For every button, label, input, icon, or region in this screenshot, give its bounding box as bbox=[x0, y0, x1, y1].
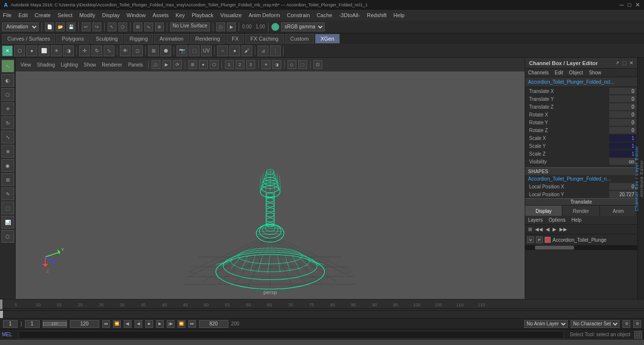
anim-layer-settings-btn[interactable]: ⚙ bbox=[622, 320, 630, 328]
shadow-icon[interactable]: ◑ bbox=[63, 46, 74, 56]
renderer-menu[interactable]: Renderer bbox=[100, 61, 124, 69]
show-icon[interactable]: ◻ bbox=[132, 46, 143, 56]
polygon-icon[interactable]: ⬟ bbox=[160, 46, 171, 56]
tool1-icon[interactable]: ⊿ bbox=[258, 46, 268, 56]
lasso-icon[interactable]: ⬠ bbox=[118, 23, 127, 31]
tab-fx[interactable]: FX bbox=[226, 34, 244, 44]
close-panel-btn[interactable]: ✕ bbox=[629, 60, 633, 66]
camera-vp-icon[interactable]: 🎥 bbox=[152, 60, 160, 69]
playback-end-input[interactable] bbox=[199, 320, 228, 328]
go-end-btn[interactable]: ⏭ bbox=[188, 320, 196, 328]
scale-icon[interactable]: ⤡ bbox=[104, 46, 114, 56]
panels-menu[interactable]: Panels bbox=[126, 61, 145, 69]
new-icon[interactable]: 📄 bbox=[45, 23, 54, 31]
snap-grid[interactable]: ⊞ bbox=[133, 23, 142, 31]
shading-menu[interactable]: Shading bbox=[35, 61, 57, 69]
titlebar-controls[interactable]: ─ □ ✕ bbox=[620, 1, 640, 8]
wireframe-vp-icon[interactable]: ⬡ bbox=[210, 60, 219, 69]
local-pos-y-value[interactable] bbox=[609, 191, 636, 198]
menubar-item-edit[interactable]: Edit bbox=[19, 12, 28, 18]
res-mid-icon[interactable]: 2 bbox=[236, 60, 244, 69]
menubar-item-modify[interactable]: Modify bbox=[79, 12, 95, 18]
current-frame-input[interactable] bbox=[3, 320, 18, 328]
menubar-item-create[interactable]: Create bbox=[35, 12, 51, 18]
play-fwd-btn[interactable]: ▶ bbox=[156, 320, 164, 328]
grid-icon[interactable]: ⊞ bbox=[148, 46, 159, 56]
menubar-item-constrain[interactable]: Constrain bbox=[287, 12, 310, 18]
grid-vp-icon[interactable]: ⊞ bbox=[188, 60, 197, 69]
horizontal-scrollbar[interactable] bbox=[525, 245, 637, 250]
menubar-item-file[interactable]: File bbox=[3, 12, 12, 18]
tool2-icon[interactable]: ⋮ bbox=[270, 46, 281, 56]
wireframe-icon[interactable]: ⬡ bbox=[14, 46, 25, 56]
show-manip-tool[interactable]: ⊞ bbox=[1, 173, 14, 186]
stop-btn[interactable]: ■ bbox=[145, 320, 153, 328]
move-tool[interactable]: ✛ bbox=[1, 102, 14, 115]
minimize-button[interactable]: ─ bbox=[620, 1, 624, 8]
hud-icon[interactable]: ⊡ bbox=[313, 60, 322, 69]
local-pos-x-value[interactable] bbox=[609, 183, 636, 190]
scale-y-value[interactable] bbox=[609, 142, 636, 149]
tab-curves-surfaces[interactable]: Curves / Surfaces bbox=[2, 34, 55, 44]
next-keyframe-btn[interactable]: |▶ bbox=[167, 320, 175, 328]
viewport[interactable]: View Shading Lighting Show Renderer Pane… bbox=[16, 58, 525, 299]
menubar-item-visualize[interactable]: Visualize bbox=[221, 12, 242, 18]
expand-panel-btn[interactable]: ⬚ bbox=[622, 60, 626, 66]
menubar-item-window[interactable]: Window bbox=[127, 12, 146, 18]
no-live-surface-btn[interactable]: No Live Surface bbox=[170, 23, 210, 31]
visibility-value[interactable] bbox=[609, 158, 636, 165]
play-back-btn[interactable]: ◀ bbox=[134, 320, 142, 328]
layer-visibility-btn[interactable]: V bbox=[527, 236, 534, 243]
save-icon[interactable]: 💾 bbox=[67, 23, 75, 31]
universal-tool[interactable]: ⊕ bbox=[1, 145, 14, 158]
new-layer-icon[interactable]: ⊞ bbox=[528, 227, 532, 232]
shadow-vp-icon[interactable]: ◑ bbox=[272, 60, 281, 69]
go-start-btn[interactable]: ⏮ bbox=[102, 320, 110, 328]
hide-icon[interactable]: 👁 bbox=[120, 46, 131, 56]
menubar-item-select[interactable]: Select bbox=[58, 12, 73, 18]
options-menu[interactable]: Options bbox=[549, 217, 565, 223]
sphere-icon[interactable]: ● bbox=[229, 46, 240, 56]
char-set-select[interactable]: No Character Set bbox=[571, 320, 620, 328]
move-icon[interactable]: ✛ bbox=[79, 46, 90, 56]
start-frame-input[interactable] bbox=[25, 320, 40, 328]
textured-icon[interactable]: ⬜ bbox=[39, 46, 49, 56]
gamma-select[interactable]: sRGB gamma bbox=[281, 23, 325, 31]
layer-arrows-icon[interactable]: ◀◀ bbox=[535, 227, 543, 232]
menubar-item---dtoall-[interactable]: -3DtoAll- bbox=[339, 12, 360, 18]
close-button[interactable]: ✕ bbox=[635, 1, 640, 8]
layer-farright-icon[interactable]: ▶▶ bbox=[559, 227, 567, 232]
shaded-vp-icon[interactable]: ● bbox=[199, 60, 208, 69]
redo-icon[interactable]: ↪ bbox=[92, 23, 101, 31]
menubar-item-display[interactable]: Display bbox=[102, 12, 120, 18]
camera-icon[interactable]: 🎥 bbox=[216, 23, 225, 31]
prev-frame-btn[interactable]: ⏪ bbox=[113, 320, 121, 328]
grid-tool[interactable]: ⬡ bbox=[1, 230, 14, 243]
rotate-x-value[interactable] bbox=[609, 111, 636, 118]
tab-fx-caching[interactable]: FX Caching bbox=[245, 34, 284, 44]
open-icon[interactable]: 📂 bbox=[56, 23, 65, 31]
select-icon[interactable]: ↖ bbox=[108, 23, 116, 31]
select-tool[interactable]: ↖ bbox=[1, 60, 14, 72]
shaded-icon[interactable]: ● bbox=[26, 46, 37, 56]
timeline-ruler[interactable]: 5 10 15 20 25 30 35 40 45 50 55 60 65 70… bbox=[0, 299, 644, 310]
soft-mod-tool[interactable]: ◉ bbox=[1, 159, 14, 172]
script-editor-btn[interactable]: ⬚ bbox=[634, 331, 642, 339]
tab-custom[interactable]: Custom bbox=[285, 34, 314, 44]
translate-x-value[interactable] bbox=[609, 88, 636, 94]
view-menu[interactable]: View bbox=[19, 61, 33, 69]
playhead[interactable] bbox=[0, 311, 3, 318]
lasso-tool[interactable]: ⬠ bbox=[1, 88, 14, 101]
tab-rendering[interactable]: Rendering bbox=[190, 34, 225, 44]
cb-channels-menu[interactable]: Channels bbox=[528, 70, 549, 75]
render-icon[interactable]: ▶ bbox=[227, 23, 236, 31]
tab-rigging[interactable]: Rigging bbox=[124, 34, 153, 44]
rotate-z-value[interactable] bbox=[609, 127, 636, 134]
next-frame-btn[interactable]: ⏩ bbox=[178, 320, 185, 328]
rotate-tool[interactable]: ↻ bbox=[1, 116, 14, 129]
tab-animation[interactable]: Animation bbox=[154, 34, 189, 44]
scale-x-value[interactable] bbox=[609, 135, 636, 141]
res-high-icon[interactable]: 3 bbox=[246, 60, 255, 69]
layers-menu[interactable]: Layers bbox=[528, 217, 543, 223]
frame-icon[interactable]: ⬚ bbox=[189, 46, 200, 56]
